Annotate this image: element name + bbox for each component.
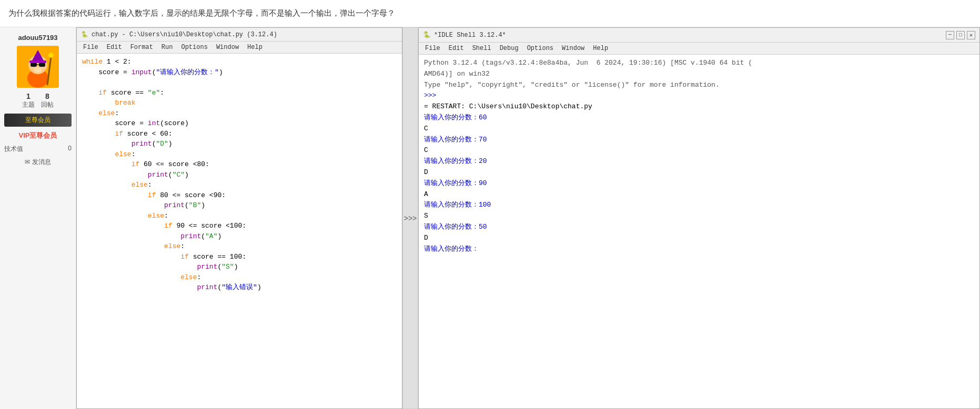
editor-titlebar: 🐍 chat.py - C:\Users\niu10\Desktop\chat.… [77,28,402,42]
shell-titlebar: 🐍 *IDLE Shell 3.12.4* ─ □ ✕ [419,28,979,43]
code-line: print("B") [82,200,397,211]
skill-label: 技术值 [4,145,23,154]
shell-line: A [424,189,974,200]
shell-menu-debug[interactable]: Debug [497,44,522,53]
main-area: adouu57193 [0,27,980,409]
window-controls: ─ □ ✕ [946,31,975,39]
svg-rect-7 [29,60,46,63]
sidebar: adouu57193 [0,27,76,409]
code-line [82,77,397,88]
editor-icon: 🐍 [81,31,88,38]
skill-value: 0 [68,145,72,154]
shell-line: 请输入你的分数：70 [424,135,974,146]
stats-row: 1 主题 8 回帖 [22,92,54,109]
shell-line: AMD64)] on win32 [424,69,974,80]
menu-help[interactable]: Help [244,43,266,52]
shell-menubar: File Edit Shell Debug Options Window Hel… [419,43,979,55]
shell-line: 请输入你的分数：100 [424,200,974,211]
message-label: ✉ 发消息 [25,158,50,167]
reply-label: 回帖 [41,100,54,109]
editor-menubar: File Edit Format Run Options Window Help [77,42,402,54]
shell-line: Python 3.12.4 (tags/v3.12.4:8e8a4ba, Jun… [424,58,974,69]
shell-window: 🐍 *IDLE Shell 3.12.4* ─ □ ✕ File Edit Sh… [418,27,980,409]
vip-banner-text: 至尊会员 [25,116,50,124]
stat-topic: 1 主题 [22,92,35,109]
editor-window: 🐍 chat.py - C:\Users\niu10\Desktop\chat.… [76,27,402,409]
code-line: break [82,98,397,108]
code-line: else: [82,241,397,252]
menu-file[interactable]: File [80,43,102,52]
code-line: if 80 <= score <90: [82,190,397,201]
skill-row: 技术值 0 [4,145,72,154]
shell-line: >>> [424,90,974,101]
shell-icon: 🐍 [423,31,431,39]
shell-line: D [424,233,974,244]
code-line: print("A") [82,231,397,242]
code-line: print("C") [82,170,397,180]
code-line: if 60 <= score <80: [82,159,397,170]
topic-label: 主题 [22,100,35,109]
vip-label: VIP至尊会员 [19,131,57,140]
topic-count: 1 [26,92,31,100]
close-button[interactable]: ✕ [967,31,975,39]
menu-run[interactable]: Run [158,43,176,52]
code-line: print("D") [82,139,397,149]
svg-point-10 [34,67,42,73]
shell-title: *IDLE Shell 3.12.4* [434,32,506,39]
username: adouu57193 [18,34,57,42]
separator-arrow: >>> [402,27,418,409]
shell-area[interactable]: Python 3.12.4 (tags/v3.12.4:8e8a4ba, Jun… [419,55,979,408]
avatar-image [17,46,59,88]
shell-menu-window[interactable]: Window [559,44,588,53]
menu-options[interactable]: Options [178,43,210,52]
code-line: else: [82,211,397,221]
code-line: else: [82,108,397,119]
shell-line: C [424,124,974,135]
svg-rect-3 [31,63,37,67]
question-bar: 为什么我根据答案的代码运行，输入数字后，显示的结果是无限个字母，而不是输入一个输… [0,0,980,27]
menu-format[interactable]: Format [127,43,156,52]
stat-reply: 8 回帖 [41,92,54,109]
minimize-button[interactable]: ─ [946,31,954,39]
maximize-button[interactable]: □ [956,31,965,39]
reply-count: 8 [45,92,49,100]
editor-title: chat.py - C:\Users\niu10\Desktop\chat.py… [92,31,277,38]
code-line: else: [82,272,397,283]
code-line: print("输入错误") [82,282,397,293]
shell-menu-edit[interactable]: Edit [446,44,467,53]
shell-line: S [424,211,974,222]
shell-line: 请输入你的分数：60 [424,113,974,124]
menu-edit[interactable]: Edit [104,43,125,52]
menu-window[interactable]: Window [213,43,242,52]
avatar [17,46,59,88]
code-line: if score == 100: [82,252,397,262]
code-line: score = input("请输入你的分数：") [82,67,397,78]
shell-line: 请输入你的分数：90 [424,178,974,189]
message-button[interactable]: ✉ 发消息 [25,158,50,167]
code-line: score = int(score) [82,118,397,129]
shell-line: D [424,167,974,178]
shell-line: 请输入你的分数： [424,244,974,255]
code-line: if score < 60: [82,129,397,139]
svg-point-9 [48,53,54,58]
shell-menu-shell[interactable]: Shell [469,44,494,53]
code-line: if 90 <= score <100: [82,221,397,231]
question-text: 为什么我根据答案的代码运行，输入数字后，显示的结果是无限个字母，而不是输入一个输… [8,8,395,18]
shell-menu-file[interactable]: File [422,44,443,53]
code-line: else: [82,180,397,190]
shell-menu-options[interactable]: Options [524,44,557,53]
svg-rect-4 [39,63,45,67]
code-area[interactable]: while 1 < 2: score = input("请输入你的分数：") i… [77,54,402,408]
vip-banner: 至尊会员 [4,114,72,127]
shell-titlebar-left: 🐍 *IDLE Shell 3.12.4* [423,31,506,39]
code-line: else: [82,149,397,160]
code-line: while 1 < 2: [82,57,397,67]
code-line: print("S") [82,262,397,272]
shell-line: 请输入你的分数：20 [424,156,974,167]
arrow-icon: >>> [404,214,417,222]
shell-menu-help[interactable]: Help [590,44,611,53]
shell-line: 请输入你的分数：50 [424,222,974,233]
shell-line: C [424,145,974,156]
shell-line: Type "help", "copyright", "credits" or "… [424,80,974,91]
code-line: if score == "e": [82,88,397,98]
